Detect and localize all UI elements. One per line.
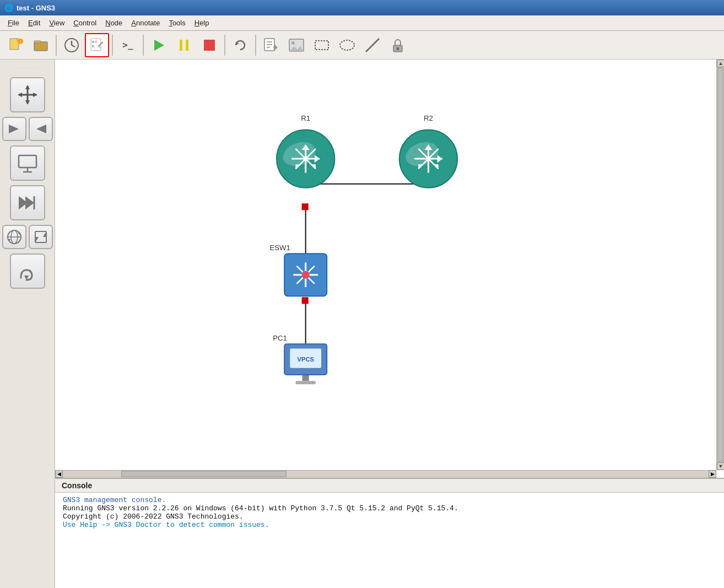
scroll-thumb-v[interactable] — [717, 68, 723, 462]
node-r2[interactable]: R2 — [399, 114, 457, 188]
insert-image-button[interactable] — [284, 33, 309, 57]
svg-line-29 — [366, 39, 379, 52]
network-button[interactable] — [2, 225, 26, 249]
network-diagram: R1 R2 — [55, 60, 716, 470]
svg-point-25 — [291, 41, 295, 45]
svg-text:b: b — [92, 44, 94, 48]
toolbar-separator-2 — [112, 35, 113, 56]
node-r2-label: R2 — [424, 114, 433, 122]
menu-control[interactable]: Control — [69, 17, 101, 29]
node-r1[interactable]: R1 — [277, 114, 334, 188]
node-esw1[interactable]: ESW1 — [269, 244, 327, 296]
link-dot-r1-down — [302, 203, 309, 210]
svg-text:a c: a c — [92, 40, 98, 44]
console-output[interactable]: GNS3 management console. Running GNS3 ve… — [55, 493, 724, 588]
menu-file[interactable]: File — [3, 17, 24, 29]
main-layout: · · · · · — [0, 60, 724, 588]
draw-rectangle-button[interactable] — [310, 33, 334, 57]
console-line-1: GNS3 management console. — [63, 496, 716, 504]
node-r1-label: R1 — [301, 114, 310, 122]
stop-all-button[interactable] — [197, 33, 221, 57]
vertical-scrollbar[interactable]: ▲ ▼ — [716, 60, 724, 470]
svg-rect-93 — [302, 375, 309, 381]
svg-marker-35 — [25, 100, 30, 105]
svg-rect-16 — [186, 40, 188, 51]
pause-all-button[interactable] — [172, 33, 196, 57]
menu-edit[interactable]: Edit — [24, 17, 45, 29]
svg-text:VPCS: VPCS — [298, 356, 314, 363]
toolbar-separator-1 — [56, 35, 57, 56]
console-panel: Console GNS3 management console. Running… — [55, 478, 724, 588]
back-button[interactable] — [29, 117, 53, 141]
scroll-up-arrow[interactable]: ▲ — [717, 60, 724, 67]
svg-marker-39 — [36, 125, 46, 133]
title-icon: 🌐 — [4, 4, 13, 12]
toolbar-separator-5 — [255, 35, 256, 56]
svg-marker-14 — [154, 40, 164, 51]
svg-marker-44 — [25, 196, 34, 209]
menu-annotate[interactable]: Annotate — [127, 17, 164, 29]
snake-button[interactable] — [10, 253, 45, 289]
recent-projects-button[interactable] — [60, 33, 84, 57]
svg-text:!: ! — [20, 39, 21, 45]
play-skip-button[interactable] — [10, 185, 45, 220]
svg-rect-15 — [180, 40, 182, 51]
svg-rect-17 — [204, 40, 215, 51]
draw-ellipse-button[interactable] — [335, 33, 359, 57]
link-dot-esw1-bottom — [302, 297, 309, 304]
add-note-button[interactable] — [259, 33, 283, 57]
svg-point-88 — [302, 271, 310, 279]
monitor-button[interactable] — [10, 145, 45, 181]
console-line-2: Running GNS3 version 2.2.26 on Windows (… — [63, 504, 716, 513]
horizontal-scrollbar[interactable]: ◀ ▶ — [55, 470, 716, 478]
svg-point-28 — [340, 40, 354, 50]
svg-rect-31 — [397, 47, 399, 50]
svg-marker-36 — [18, 93, 22, 97]
title-text: test - GNS3 — [17, 4, 55, 12]
svg-marker-49 — [18, 233, 20, 235]
new-file-button[interactable]: ! — [3, 33, 28, 57]
menu-tools[interactable]: Tools — [164, 17, 190, 29]
svg-marker-37 — [33, 93, 37, 97]
menu-help[interactable]: Help — [190, 17, 214, 29]
menu-view[interactable]: View — [45, 17, 69, 29]
network-small-button[interactable] — [29, 225, 53, 249]
menu-node[interactable]: Node — [101, 17, 127, 29]
svg-marker-34 — [25, 85, 30, 89]
svg-rect-5 — [34, 41, 41, 43]
svg-rect-94 — [295, 381, 315, 384]
scroll-left-arrow[interactable]: ◀ — [55, 470, 63, 478]
node-pc1-label: PC1 — [273, 334, 287, 342]
scroll-right-arrow[interactable]: ▶ — [709, 470, 716, 478]
sidebar-handle: · · · · · — [19, 65, 36, 71]
node-esw1-label: ESW1 — [269, 244, 290, 252]
svg-rect-27 — [315, 41, 328, 50]
forward-button[interactable] — [2, 117, 26, 141]
svg-rect-40 — [19, 155, 36, 168]
node-pc1[interactable]: VPCS PC1 — [273, 334, 327, 384]
canvas-area[interactable]: R1 R2 — [55, 60, 724, 478]
console-title: Console — [55, 479, 724, 493]
console-button[interactable]: >_ — [116, 33, 140, 57]
toolbar-separator-4 — [224, 35, 225, 56]
scroll-thumb-h[interactable] — [121, 471, 287, 477]
svg-marker-50 — [9, 239, 11, 241]
toolbar-separator-3 — [143, 35, 144, 56]
console-line-3: Copyright (c) 2006-2022 GNS3 Technologie… — [63, 513, 716, 521]
titlebar: 🌐 test - GNS3 — [0, 0, 724, 15]
toolbar: ! a c b >_ — [0, 31, 724, 60]
move-select-button[interactable] — [10, 77, 45, 112]
console-line-4: Use Help -> GNS3 Doctor to detect common… — [63, 521, 716, 529]
open-file-button[interactable] — [29, 33, 53, 57]
svg-line-8 — [72, 45, 75, 47]
draw-line-button[interactable] — [360, 33, 385, 57]
scroll-down-arrow[interactable]: ▼ — [717, 462, 724, 470]
reload-button[interactable] — [228, 33, 252, 57]
edit-notes-button[interactable]: a c b — [85, 33, 109, 57]
left-sidebar: · · · · · — [0, 60, 55, 588]
svg-marker-38 — [9, 125, 19, 133]
menubar: File Edit View Control Node Annotate Too… — [0, 15, 724, 31]
start-all-button[interactable] — [147, 33, 171, 57]
lock-button[interactable] — [386, 33, 410, 57]
